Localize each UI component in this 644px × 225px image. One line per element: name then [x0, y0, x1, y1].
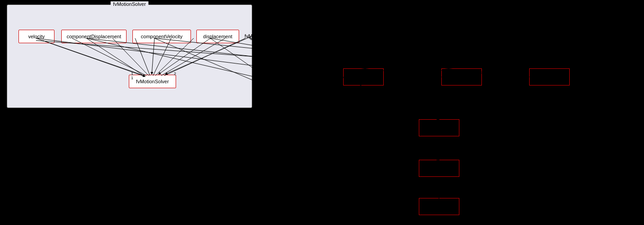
componentVelocity-node[interactable]: componentVelocity — [132, 30, 191, 43]
displacement-node[interactable]: displacement — [196, 30, 239, 43]
right-box-2 — [441, 68, 482, 86]
group-title: fvMotionSolver — [110, 1, 149, 7]
right-box-4 — [419, 119, 459, 136]
right-box-5 — [419, 160, 459, 177]
svg-line-23 — [252, 38, 439, 160]
fvMotionSolver-inner-node[interactable]: fvMotionSolver — [129, 75, 176, 88]
right-box-3 — [529, 68, 570, 86]
svg-line-25 — [248, 37, 342, 72]
arrow-label-2: 1 — [131, 76, 133, 80]
componentDisplacement-node[interactable]: componentDisplacement — [61, 30, 127, 43]
svg-line-26 — [249, 38, 342, 73]
right-box-1 — [343, 68, 384, 86]
fvMotionSolvers-label: fvMotionSolvers — [245, 33, 280, 39]
svg-line-28 — [250, 40, 528, 72]
fv-motion-solver-group: fvMotionSolver velocity componentDisplac… — [7, 4, 252, 108]
svg-line-27 — [249, 39, 440, 72]
arrow-label-3: 2 — [174, 72, 176, 76]
svg-line-24 — [252, 38, 439, 198]
right-box-6 — [419, 198, 459, 215]
velocity-node[interactable]: velocity — [18, 30, 54, 43]
svg-line-19 — [252, 38, 343, 77]
